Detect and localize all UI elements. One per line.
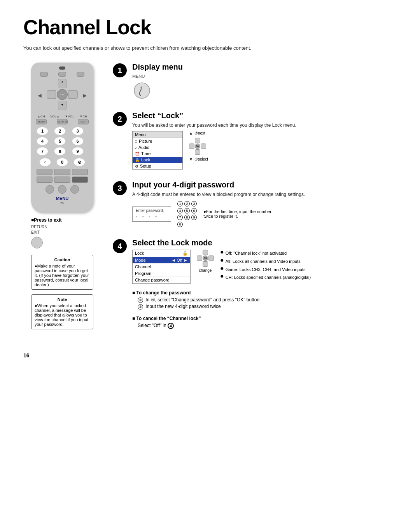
step-3-desc: A 4-digit code must be entered to view a… <box>132 192 397 197</box>
num-4: 4 <box>37 137 48 145</box>
audio-icon: ♪ <box>135 145 137 150</box>
note-text: ●When you select a locked channel, a mes… <box>35 303 90 327</box>
steps-column: 1 Display menu MENU 2 Select “Lock” Y <box>113 63 397 341</box>
num-8: 8 <box>54 147 66 156</box>
rect-btn-5 <box>54 177 70 183</box>
lock-row-change-password: Change password <box>133 277 190 283</box>
password-label: Enter password. <box>136 208 168 213</box>
password-screen: Enter password. - - - - 1 2 3 4 5 6 <box>132 200 397 227</box>
lock-change-hint: change <box>199 268 212 273</box>
exit-button-top: EXIT <box>78 119 89 124</box>
numpad: 1 2 3 4 5 6 7 8 9 <box>35 127 89 156</box>
page-number: 16 <box>23 352 397 359</box>
dpad-down: ▼ <box>58 101 66 110</box>
change-password-title: ■ To change the password <box>132 290 397 296</box>
step-4: 4 Select the Lock mode Lock 🔒 Mode ◄ Off… <box>113 238 397 330</box>
dpad-right <box>68 90 78 99</box>
cancel-lock-section: ■ To cancel the “Channel lock” Select "O… <box>132 316 397 329</box>
note-title: Note <box>35 297 90 302</box>
num-6: 6 <box>72 137 84 145</box>
mode-note-off: ● Off: "Channel lock" not activated <box>220 250 311 257</box>
remote-control: ◄ ▲ ▼ OK ► ▲CH VOL▲ ▼VOL ▼CH MENU <box>31 63 93 213</box>
step-3-title: Input your 4-digit password <box>132 180 397 189</box>
press-exit-title: ■Press to exit <box>31 217 93 223</box>
lock-mini-dpad: OK <box>197 250 214 267</box>
remote-area: ◄ ▲ ▼ OK ► ▲CH VOL▲ ▼VOL ▼CH MENU <box>23 63 101 341</box>
arrow-up-hint: ▲ <box>189 131 193 135</box>
caution-box: Caution ●Make a note of your password in… <box>31 255 93 290</box>
dpad-center: OK <box>57 89 68 100</box>
rect-btn-1 <box>37 169 52 175</box>
menu-header: Menu <box>133 131 182 138</box>
numpad-row-4: 0 <box>177 221 197 228</box>
mode-note-ch-text: CH: Locks specified channels (analog/dig… <box>226 274 311 281</box>
remote-btn-3 <box>77 72 84 77</box>
num-0-right: ⊙ <box>74 158 85 166</box>
circle-btn-3 <box>70 185 79 194</box>
num-2: 2 <box>54 127 66 135</box>
program-label: Program <box>135 271 151 276</box>
npad-3: 3 <box>191 201 197 206</box>
bullet-4: ● <box>220 273 224 279</box>
step-4-title: Select the Lock mode <box>132 238 397 247</box>
caution-title: Caution <box>35 257 90 262</box>
menu-screen-box: Menu □ Picture ♪ Audio ⏰ Timer <box>132 131 183 170</box>
select-label: ①select <box>194 157 208 161</box>
bullet-3: ● <box>220 265 224 271</box>
menu-item-lock: 🔒 Lock <box>133 157 182 163</box>
mini-right <box>201 143 206 149</box>
npad-1: 1 <box>177 201 183 206</box>
npad-7: 7 <box>177 215 183 220</box>
numpad-row-3: 7 8 9 <box>177 214 197 221</box>
menu-item-timer: ⏰ Timer <box>133 150 182 157</box>
lock-row-mode: Mode ◄ Off ► <box>133 257 190 264</box>
step-2-number: 2 <box>113 112 127 126</box>
lock-row-program: Program <box>133 270 190 277</box>
nav-hint-select: ▼ ①select <box>189 157 208 161</box>
panasonic-brand: MENU <box>35 196 89 201</box>
next-label: ②next <box>194 131 205 135</box>
lock-icon: 🔒 <box>135 158 140 162</box>
circle-btn-1 <box>46 185 54 194</box>
dpad-up: ▲ <box>58 79 66 88</box>
mode-note-ch: ● CH: Locks specified channels (analog/d… <box>220 274 311 281</box>
change-password-section: ■ To change the password ① In ④, select … <box>132 290 397 310</box>
menu-item-audio: ♪ Audio <box>133 144 182 150</box>
page-title: Channel Lock <box>23 16 397 39</box>
menu-screen: Menu □ Picture ♪ Audio ⏰ Timer <box>132 131 397 170</box>
mode-note-off-text: Off: "Channel lock" not activated <box>226 250 287 257</box>
num-0-left: ○ <box>39 158 51 166</box>
step-1-subtitle: MENU <box>132 74 397 79</box>
step-3-number: 3 <box>113 181 127 195</box>
lock-row-channel: Channel <box>133 264 190 270</box>
intro-text: You can lock out specified channels or s… <box>23 45 397 51</box>
press-to-exit-section: ■Press to exit RETURNEXIT <box>31 217 93 248</box>
rect-btns <box>35 169 89 183</box>
circle-btn-2 <box>58 185 66 194</box>
lock-mini-left <box>197 255 202 261</box>
arrow-down-hint: ▼ <box>189 157 193 161</box>
rect-btn-2 <box>54 169 70 175</box>
mini-down <box>195 149 200 155</box>
numpad-visual: 1 2 3 4 5 6 7 8 9 <box>177 200 197 227</box>
nav-hints-area: ▲ ②next OK ▼ ①select <box>189 131 208 161</box>
num-3: 3 <box>72 127 84 135</box>
circle-btns <box>35 185 89 194</box>
num-1: 1 <box>37 127 48 135</box>
npad-9: 9 <box>191 215 197 220</box>
step-3-content: Input your 4-digit password A 4-digit co… <box>132 180 397 227</box>
lock-row-lock: Lock 🔒 <box>133 250 190 257</box>
dpad: ▲ ▼ OK <box>47 79 78 110</box>
step-3: 3 Input your 4-digit password A 4-digit … <box>113 180 397 227</box>
num-9: 9 <box>72 147 84 156</box>
rect-btn-6 <box>72 177 88 183</box>
step-2: 2 Select “Lock” You will be asked to ent… <box>113 111 397 170</box>
change-password-step-2: ② Input the new 4-digit password twice <box>138 304 397 310</box>
rect-btn-4 <box>37 177 52 183</box>
tv-label: TV <box>35 201 89 205</box>
menu-item-picture: □ Picture <box>133 138 182 144</box>
setup-icon: ⚙ <box>135 164 138 168</box>
lock-label: Lock <box>135 251 144 256</box>
change-password-step-1: ① In ④, select "Change password" and pre… <box>138 297 397 303</box>
step-2-desc: You will be asked to enter your password… <box>132 122 397 128</box>
